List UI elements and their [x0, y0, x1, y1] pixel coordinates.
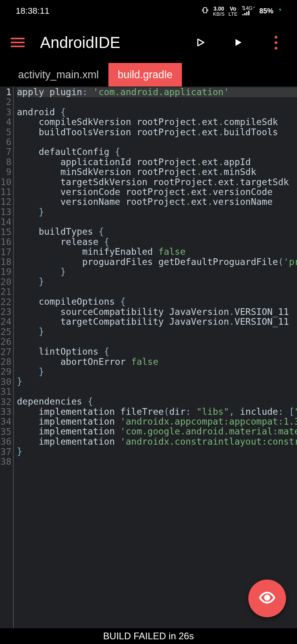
code-line[interactable]: proguardFiles getDefaultProguardFile('pr…	[17, 257, 297, 267]
code-line[interactable]: }	[17, 327, 297, 337]
svg-point-4	[265, 596, 270, 600]
status-bar: 18:38:11 3.00 KB/S Vo LTE ⇅4G⁺ 85%	[0, 0, 297, 22]
code-line[interactable]	[17, 287, 297, 297]
battery-text: 85%	[259, 7, 273, 15]
code-line[interactable]: abortOnError false	[17, 357, 297, 367]
code-line[interactable]: targetSdkVersion rootProject.ext.targetS…	[17, 177, 297, 187]
fab-preview-button[interactable]	[248, 580, 286, 617]
overflow-menu-button[interactable]	[264, 31, 288, 54]
code-line[interactable]: minSdkVersion rootProject.ext.minSdk	[17, 167, 297, 177]
code-line[interactable]: buildToolsVersion rootProject.ext.buildT…	[17, 127, 297, 137]
code-line[interactable]	[17, 387, 297, 397]
code-line[interactable]: compileOptions {	[17, 297, 297, 307]
code-line[interactable]: implementation 'androidx.appcompat:appco…	[17, 417, 297, 427]
code-line[interactable]: versionName rootProject.ext.versionName	[17, 197, 297, 207]
net-speed: 3.00 KB/S	[213, 6, 225, 17]
code-line[interactable]	[17, 337, 297, 347]
svg-rect-0	[204, 7, 207, 13]
build-status-bar[interactable]: BUILD FAILED in 26s	[0, 628, 297, 644]
code-line[interactable]: compileSdkVersion rootProject.ext.compil…	[17, 117, 297, 127]
status-right: 3.00 KB/S Vo LTE ⇅4G⁺ 85%	[201, 6, 283, 17]
code-editor[interactable]: 1234567891011121314151617181920212223242…	[0, 86, 297, 628]
code-line[interactable]: lintOptions {	[17, 347, 297, 357]
code-line[interactable]: android {	[17, 107, 297, 117]
status-time: 18:38:11	[16, 6, 50, 16]
charging-icon	[277, 6, 283, 17]
code-line[interactable]: dependencies {	[17, 397, 297, 407]
code-line[interactable]	[17, 456, 297, 466]
code-line[interactable]: apply plugin: 'com.android.application'	[17, 87, 297, 97]
eye-icon	[258, 589, 276, 608]
code-line[interactable]: }	[17, 367, 297, 377]
code-content[interactable]: apply plugin: 'com.android.application' …	[13, 86, 297, 628]
editor-area: 1234567891011121314151617181920212223242…	[0, 86, 297, 628]
volte-indicator: Vo LTE	[229, 6, 238, 17]
code-line[interactable]: defaultConfig {	[17, 147, 297, 157]
code-line[interactable]: }	[17, 377, 297, 386]
tab-build-gradle[interactable]: build.gradle	[108, 63, 182, 86]
code-line[interactable]: release {	[17, 237, 297, 247]
play-button[interactable]	[226, 31, 250, 54]
app-bar: AndroidIDE	[0, 22, 297, 63]
code-line[interactable]: minifyEnabled false	[17, 247, 297, 257]
tab-activity-main[interactable]: activity_main.xml	[9, 63, 108, 86]
code-line[interactable]: targetCompatibility JavaVersion.VERSION_…	[17, 317, 297, 327]
code-line[interactable]: implementation 'androidx.constraintlayou…	[17, 437, 297, 447]
code-line[interactable]: }	[17, 447, 297, 456]
vibrate-icon	[201, 6, 209, 16]
code-line[interactable]	[17, 97, 297, 107]
dots-vertical-icon	[275, 36, 277, 50]
code-line[interactable]: implementation fileTree(dir: "libs", inc…	[17, 407, 297, 417]
code-line[interactable]: }	[17, 207, 297, 217]
code-line[interactable]: versionCode rootProject.ext.versionCode	[17, 187, 297, 197]
code-line[interactable]: applicationId rootProject.ext.appId	[17, 157, 297, 167]
signal-4g: ⇅4G⁺	[242, 6, 255, 17]
code-line[interactable]: sourceCompatibility JavaVersion.VERSION_…	[17, 307, 297, 317]
app-title: AndroidIDE	[40, 34, 121, 52]
file-tabs: activity_main.xml build.gradle	[0, 63, 297, 86]
code-line[interactable]	[17, 217, 297, 227]
menu-button[interactable]	[9, 34, 26, 51]
run-button[interactable]	[189, 31, 212, 54]
code-line[interactable]: buildTypes {	[17, 227, 297, 237]
code-line[interactable]	[17, 137, 297, 147]
line-gutter: 1234567891011121314151617181920212223242…	[0, 86, 13, 628]
code-line[interactable]: }	[17, 277, 297, 287]
code-line[interactable]: implementation 'com.google.android.mater…	[17, 427, 297, 436]
code-line[interactable]: }	[17, 267, 297, 277]
